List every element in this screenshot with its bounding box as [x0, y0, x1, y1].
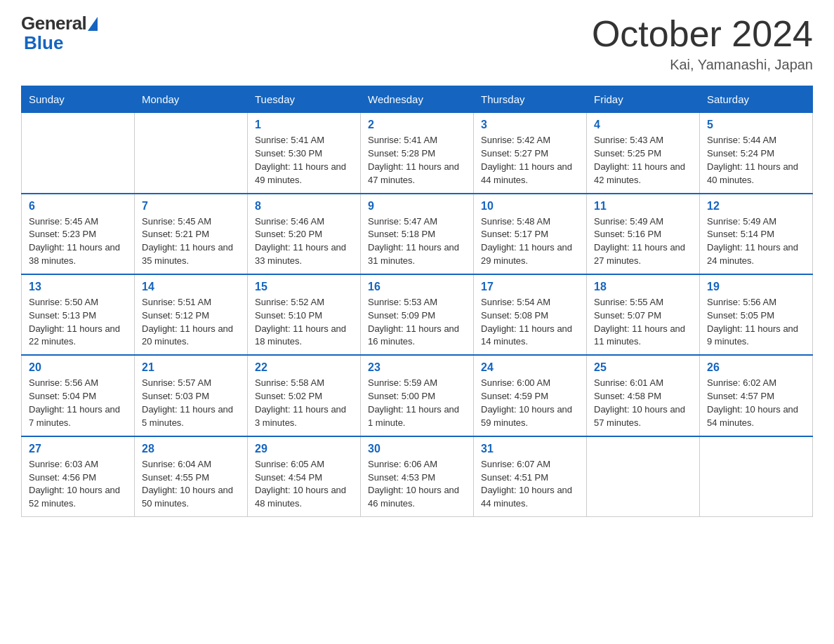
calendar-cell: 22Sunrise: 5:58 AM Sunset: 5:02 PM Dayli…	[248, 355, 361, 436]
logo-blue-text: Blue	[21, 34, 63, 52]
day-info: Sunrise: 5:46 AM Sunset: 5:20 PM Dayligh…	[255, 215, 353, 268]
title-block: October 2024 Kai, Yamanashi, Japan	[592, 14, 813, 73]
calendar-cell: 26Sunrise: 6:02 AM Sunset: 4:57 PM Dayli…	[700, 355, 813, 436]
day-info: Sunrise: 5:45 AM Sunset: 5:21 PM Dayligh…	[142, 215, 240, 268]
calendar-cell	[135, 113, 248, 194]
day-number: 7	[142, 200, 240, 213]
calendar-week-row: 27Sunrise: 6:03 AM Sunset: 4:56 PM Dayli…	[22, 436, 813, 517]
calendar-cell: 1Sunrise: 5:41 AM Sunset: 5:30 PM Daylig…	[248, 113, 361, 194]
day-number: 4	[594, 119, 692, 131]
weekday-header: Saturday	[700, 86, 813, 113]
calendar-cell	[22, 113, 135, 194]
day-info: Sunrise: 6:05 AM Sunset: 4:54 PM Dayligh…	[255, 458, 353, 511]
weekday-header: Tuesday	[248, 86, 361, 113]
location: Kai, Yamanashi, Japan	[592, 57, 813, 73]
day-number: 8	[255, 200, 353, 213]
calendar-cell: 29Sunrise: 6:05 AM Sunset: 4:54 PM Dayli…	[248, 436, 361, 517]
weekday-header: Thursday	[474, 86, 587, 113]
calendar-cell: 30Sunrise: 6:06 AM Sunset: 4:53 PM Dayli…	[361, 436, 474, 517]
day-number: 1	[255, 119, 353, 131]
day-info: Sunrise: 5:51 AM Sunset: 5:12 PM Dayligh…	[142, 296, 240, 349]
day-info: Sunrise: 5:54 AM Sunset: 5:08 PM Dayligh…	[481, 296, 579, 349]
day-number: 6	[29, 200, 127, 213]
calendar-cell: 10Sunrise: 5:48 AM Sunset: 5:17 PM Dayli…	[474, 194, 587, 274]
day-number: 10	[481, 200, 579, 213]
day-info: Sunrise: 6:07 AM Sunset: 4:51 PM Dayligh…	[481, 458, 579, 511]
calendar-cell: 28Sunrise: 6:04 AM Sunset: 4:55 PM Dayli…	[135, 436, 248, 517]
day-info: Sunrise: 5:55 AM Sunset: 5:07 PM Dayligh…	[594, 296, 692, 349]
calendar-cell: 24Sunrise: 6:00 AM Sunset: 4:59 PM Dayli…	[474, 355, 587, 436]
day-number: 25	[594, 361, 692, 374]
day-info: Sunrise: 5:43 AM Sunset: 5:25 PM Dayligh…	[594, 134, 692, 187]
day-info: Sunrise: 5:56 AM Sunset: 5:04 PM Dayligh…	[29, 377, 127, 429]
logo-triangle-icon	[88, 17, 98, 31]
day-number: 29	[255, 443, 353, 455]
calendar-cell: 4Sunrise: 5:43 AM Sunset: 5:25 PM Daylig…	[587, 113, 700, 194]
day-info: Sunrise: 6:02 AM Sunset: 4:57 PM Dayligh…	[707, 377, 805, 429]
day-number: 2	[368, 119, 466, 131]
day-info: Sunrise: 5:42 AM Sunset: 5:27 PM Dayligh…	[481, 134, 579, 187]
day-number: 30	[368, 443, 466, 455]
day-info: Sunrise: 5:57 AM Sunset: 5:03 PM Dayligh…	[142, 377, 240, 429]
calendar-cell: 8Sunrise: 5:46 AM Sunset: 5:20 PM Daylig…	[248, 194, 361, 274]
calendar-cell: 7Sunrise: 5:45 AM Sunset: 5:21 PM Daylig…	[135, 194, 248, 274]
day-info: Sunrise: 5:59 AM Sunset: 5:00 PM Dayligh…	[368, 377, 466, 429]
weekday-header: Sunday	[22, 86, 135, 113]
calendar-cell: 6Sunrise: 5:45 AM Sunset: 5:23 PM Daylig…	[22, 194, 135, 274]
calendar-cell: 11Sunrise: 5:49 AM Sunset: 5:16 PM Dayli…	[587, 194, 700, 274]
day-number: 19	[707, 281, 805, 293]
calendar-cell: 5Sunrise: 5:44 AM Sunset: 5:24 PM Daylig…	[700, 113, 813, 194]
day-info: Sunrise: 6:04 AM Sunset: 4:55 PM Dayligh…	[142, 458, 240, 511]
logo: General Blue	[21, 14, 98, 52]
page-header: General Blue October 2024 Kai, Yamanashi…	[21, 14, 813, 73]
day-number: 5	[707, 119, 805, 131]
month-title: October 2024	[592, 14, 813, 54]
day-number: 31	[481, 443, 579, 455]
day-number: 24	[481, 361, 579, 374]
day-info: Sunrise: 5:48 AM Sunset: 5:17 PM Dayligh…	[481, 215, 579, 268]
calendar-cell: 13Sunrise: 5:50 AM Sunset: 5:13 PM Dayli…	[22, 274, 135, 355]
day-info: Sunrise: 5:41 AM Sunset: 5:28 PM Dayligh…	[368, 134, 466, 187]
day-number: 3	[481, 119, 579, 131]
day-info: Sunrise: 5:52 AM Sunset: 5:10 PM Dayligh…	[255, 296, 353, 349]
calendar-cell: 20Sunrise: 5:56 AM Sunset: 5:04 PM Dayli…	[22, 355, 135, 436]
day-number: 20	[29, 361, 127, 374]
calendar-cell: 19Sunrise: 5:56 AM Sunset: 5:05 PM Dayli…	[700, 274, 813, 355]
calendar-cell	[700, 436, 813, 517]
calendar-cell: 27Sunrise: 6:03 AM Sunset: 4:56 PM Dayli…	[22, 436, 135, 517]
day-info: Sunrise: 5:50 AM Sunset: 5:13 PM Dayligh…	[29, 296, 127, 349]
day-info: Sunrise: 5:56 AM Sunset: 5:05 PM Dayligh…	[707, 296, 805, 349]
calendar-cell: 23Sunrise: 5:59 AM Sunset: 5:00 PM Dayli…	[361, 355, 474, 436]
logo-general-text: General	[21, 14, 86, 32]
day-info: Sunrise: 5:53 AM Sunset: 5:09 PM Dayligh…	[368, 296, 466, 349]
day-number: 22	[255, 361, 353, 374]
day-info: Sunrise: 6:00 AM Sunset: 4:59 PM Dayligh…	[481, 377, 579, 429]
day-number: 23	[368, 361, 466, 374]
calendar-cell: 14Sunrise: 5:51 AM Sunset: 5:12 PM Dayli…	[135, 274, 248, 355]
weekday-header: Monday	[135, 86, 248, 113]
calendar-cell: 31Sunrise: 6:07 AM Sunset: 4:51 PM Dayli…	[474, 436, 587, 517]
day-number: 9	[368, 200, 466, 213]
calendar-cell: 18Sunrise: 5:55 AM Sunset: 5:07 PM Dayli…	[587, 274, 700, 355]
day-number: 14	[142, 281, 240, 293]
day-number: 21	[142, 361, 240, 374]
weekday-header: Friday	[587, 86, 700, 113]
calendar-cell: 16Sunrise: 5:53 AM Sunset: 5:09 PM Dayli…	[361, 274, 474, 355]
day-number: 17	[481, 281, 579, 293]
day-number: 26	[707, 361, 805, 374]
calendar-cell: 9Sunrise: 5:47 AM Sunset: 5:18 PM Daylig…	[361, 194, 474, 274]
day-number: 18	[594, 281, 692, 293]
day-info: Sunrise: 6:01 AM Sunset: 4:58 PM Dayligh…	[594, 377, 692, 429]
calendar-week-row: 1Sunrise: 5:41 AM Sunset: 5:30 PM Daylig…	[22, 113, 813, 194]
calendar-week-row: 13Sunrise: 5:50 AM Sunset: 5:13 PM Dayli…	[22, 274, 813, 355]
calendar-cell: 21Sunrise: 5:57 AM Sunset: 5:03 PM Dayli…	[135, 355, 248, 436]
calendar-cell: 2Sunrise: 5:41 AM Sunset: 5:28 PM Daylig…	[361, 113, 474, 194]
day-number: 16	[368, 281, 466, 293]
day-info: Sunrise: 5:47 AM Sunset: 5:18 PM Dayligh…	[368, 215, 466, 268]
day-info: Sunrise: 6:06 AM Sunset: 4:53 PM Dayligh…	[368, 458, 466, 511]
calendar-cell: 15Sunrise: 5:52 AM Sunset: 5:10 PM Dayli…	[248, 274, 361, 355]
day-info: Sunrise: 5:41 AM Sunset: 5:30 PM Dayligh…	[255, 134, 353, 187]
day-number: 13	[29, 281, 127, 293]
day-info: Sunrise: 5:58 AM Sunset: 5:02 PM Dayligh…	[255, 377, 353, 429]
calendar-table: SundayMondayTuesdayWednesdayThursdayFrid…	[21, 86, 813, 517]
